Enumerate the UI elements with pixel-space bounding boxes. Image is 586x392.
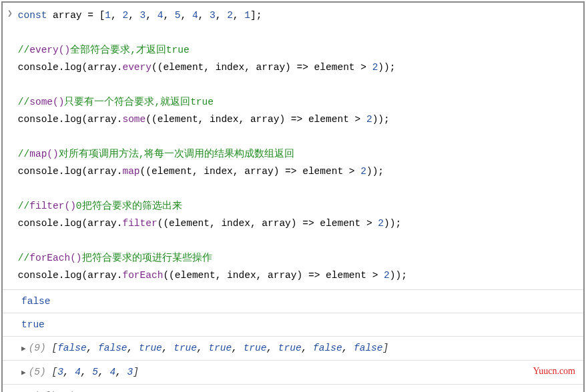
method-some: some [122,114,145,125]
console-panel: ❯ const array = [1, 2, 3, 4, 5, 4, 3, 2,… [1,1,585,392]
comment-foreach: //forEach()把符合要求的项进行某些操作 [18,253,212,263]
expand-icon[interactable]: ▶ [21,365,26,380]
output-undefined: undefined [3,384,583,392]
comment-map: //map()对所有项调用方法,将每一次调用的结果构成数组返回 [18,149,295,159]
watermark: Yuucn.com [533,366,575,377]
input-chevron-icon: ❯ [5,7,18,288]
code-area[interactable]: const array = [1, 2, 3, 4, 5, 4, 3, 2, 1… [18,7,407,288]
keyword-const: const [18,10,47,21]
output-false: false [3,289,583,313]
output-array-bool: ▶(9) [false, false, true, true, true, tr… [3,336,583,360]
output-array-num: ▶(5) [3, 4, 5, 4, 3] [3,360,583,384]
output-true: true [3,313,583,336]
comment-some: //some()只要有一个符合要求,就返回true [18,97,214,107]
method-map: map [122,166,139,177]
method-filter: filter [122,218,157,229]
comment-filter: //filter()0把符合要求的筛选出来 [18,201,182,211]
method-foreach: forEach [122,270,163,281]
console-input-block: ❯ const array = [1, 2, 3, 4, 5, 4, 3, 2,… [3,3,583,289]
comment-every: //every()全部符合要求,才返回true [18,45,190,55]
expand-icon[interactable]: ▶ [21,341,26,356]
method-every: every [122,62,152,73]
